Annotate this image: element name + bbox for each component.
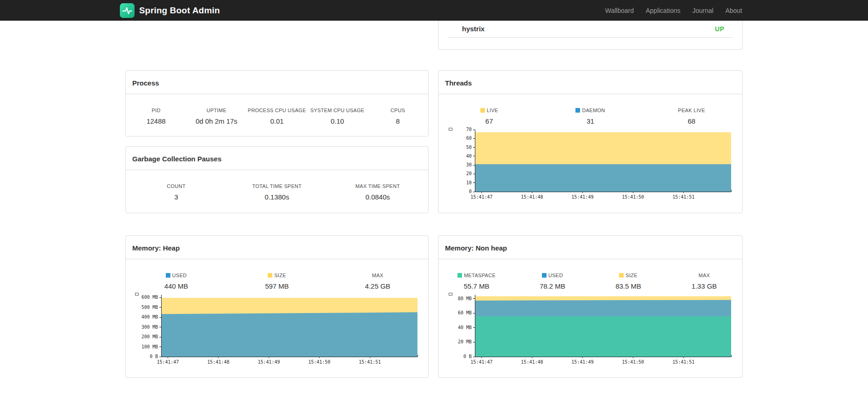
heap-legend: USED 440 MB SIZE 597 MB MAX <box>126 259 428 290</box>
svg-text:15:41:48: 15:41:48 <box>207 359 229 364</box>
legend-item-daemon: DAEMON 31 <box>540 108 641 125</box>
legend-item-live: LIVE 67 <box>439 108 540 125</box>
svg-text:0: 0 <box>468 189 471 194</box>
nonheap-chart: 0 B20 MB40 MB60 MB80 MB15:41:4715:41:481… <box>448 291 733 368</box>
heap-chart-wrap: 0 B100 MB200 MB300 MB400 MB500 MB600 MB1… <box>135 291 419 370</box>
svg-text:15:41:51: 15:41:51 <box>672 194 694 199</box>
gc-card: Garbage Collection Pauses COUNT 3 TOTAL … <box>125 146 428 213</box>
nonheap-card-title: Memory: Non heap <box>439 236 742 259</box>
size-swatch <box>268 273 272 278</box>
svg-text:20: 20 <box>466 171 471 176</box>
svg-text:15:41:49: 15:41:49 <box>258 359 280 364</box>
svg-text:500 MB: 500 MB <box>141 305 158 310</box>
row-memory: Memory: Heap USED 440 MB SIZE <box>125 235 743 378</box>
svg-text:0 B: 0 B <box>463 354 471 359</box>
stat-system-cpu-usage: SYSTEM CPU USAGE 0.10 <box>307 108 368 125</box>
nonheap-legend: METASPACE 55.7 MB USED 78.2 MB <box>439 259 742 290</box>
svg-text:20 MB: 20 MB <box>457 339 471 344</box>
stat-cpus: CPUS 8 <box>367 108 428 125</box>
svg-text:80 MB: 80 MB <box>457 296 471 301</box>
memory-nonheap-card: Memory: Non heap METASPACE 55.7 MB USED <box>438 235 743 378</box>
svg-text:15:41:50: 15:41:50 <box>622 359 644 364</box>
legend-item-used: USED 440 MB <box>126 273 226 290</box>
legend-item-size: SIZE 83.5 MB <box>591 273 666 290</box>
svg-text:300 MB: 300 MB <box>141 325 158 330</box>
svg-text:15:41:51: 15:41:51 <box>359 359 381 364</box>
svg-text:15:41:50: 15:41:50 <box>622 194 644 199</box>
threads-card: Threads LIVE 67 DAEMON 3 <box>438 70 743 213</box>
svg-text:400 MB: 400 MB <box>141 314 158 319</box>
health-row-hystrix: hystrix UP <box>439 21 742 37</box>
page: Spring Boot Admin Wallboard Applications… <box>0 0 868 410</box>
main-content: hystrix UP Process PID 12488 U <box>125 21 743 378</box>
svg-text:15:41:49: 15:41:49 <box>571 194 593 199</box>
daemon-swatch <box>575 108 580 113</box>
health-item-name: hystrix <box>462 25 485 33</box>
nav-item-journal[interactable]: Journal <box>686 7 719 14</box>
svg-text:15:41:51: 15:41:51 <box>672 359 694 364</box>
used-swatch <box>166 273 170 278</box>
brand[interactable]: Spring Boot Admin <box>120 3 220 18</box>
nonheap-chart-wrap: 0 B20 MB40 MB60 MB80 MB15:41:4715:41:481… <box>448 291 733 370</box>
spring-boot-admin-logo-icon <box>120 3 135 18</box>
brand-title: Spring Boot Admin <box>139 6 220 16</box>
svg-text:100 MB: 100 MB <box>141 344 158 349</box>
memory-heap-card: Memory: Heap USED 440 MB SIZE <box>125 235 428 378</box>
stat-gc-total-time: TOTAL TIME SPENT 0.1380s <box>226 183 327 201</box>
legend-item-max: MAX 4.25 GB <box>327 273 428 290</box>
svg-text:40 MB: 40 MB <box>457 325 471 330</box>
stat-uptime: UPTIME 0d 0h 2m 17s <box>186 108 247 125</box>
threads-legend: LIVE 67 DAEMON 31 PEAK LIVE <box>439 94 742 125</box>
status-badge: UP <box>715 25 724 33</box>
svg-text:15:41:48: 15:41:48 <box>521 359 543 364</box>
nav-item-wallboard[interactable]: Wallboard <box>599 7 640 14</box>
svg-text:30: 30 <box>466 162 471 167</box>
top-row: hystrix UP <box>125 21 743 50</box>
nav-links: Wallboard Applications Journal About <box>599 7 748 14</box>
legend-item-max: MAX 1.33 GB <box>666 273 742 290</box>
legend-item-peak-live: PEAK LIVE 68 <box>641 108 742 125</box>
svg-text:50: 50 <box>466 145 471 150</box>
navbar-inner: Spring Boot Admin Wallboard Applications… <box>120 0 748 21</box>
process-card: Process PID 12488 UPTIME 0d 0h 2m 17s PR… <box>125 70 428 137</box>
svg-text:70: 70 <box>466 127 471 132</box>
stat-gc-max-time: MAX TIME SPENT 0.0840s <box>327 183 428 201</box>
divider <box>448 37 733 38</box>
heap-card-title: Memory: Heap <box>126 236 428 259</box>
process-card-title: Process <box>126 71 428 94</box>
svg-text:10: 10 <box>466 180 471 185</box>
nav-item-about[interactable]: About <box>719 7 748 14</box>
svg-text:15:41:48: 15:41:48 <box>521 194 543 199</box>
svg-text:15:41:49: 15:41:49 <box>571 359 593 364</box>
threads-chart-wrap: 01020304050607015:41:4715:41:4815:41:491… <box>448 126 733 205</box>
gc-stats: COUNT 3 TOTAL TIME SPENT 0.1380s MAX TIM… <box>126 170 428 201</box>
stat-pid: PID 12488 <box>126 108 186 125</box>
navbar: Spring Boot Admin Wallboard Applications… <box>0 0 868 21</box>
svg-text:15:41:50: 15:41:50 <box>308 359 330 364</box>
heap-chart: 0 B100 MB200 MB300 MB400 MB500 MB600 MB1… <box>135 291 419 368</box>
left-column: Process PID 12488 UPTIME 0d 0h 2m 17s PR… <box>125 70 428 213</box>
size-swatch <box>619 273 624 278</box>
threads-card-title: Threads <box>439 71 742 94</box>
used-swatch <box>542 273 547 278</box>
stat-gc-count: COUNT 3 <box>126 183 226 201</box>
svg-text:60 MB: 60 MB <box>457 310 471 315</box>
health-card: hystrix UP <box>438 21 743 50</box>
metaspace-swatch <box>457 273 462 278</box>
svg-text:0 B: 0 B <box>150 354 158 359</box>
svg-text:60: 60 <box>466 136 471 141</box>
svg-text:15:41:47: 15:41:47 <box>470 194 492 199</box>
process-stats: PID 12488 UPTIME 0d 0h 2m 17s PROCESS CP… <box>126 94 428 125</box>
legend-item-size: SIZE 597 MB <box>226 273 327 290</box>
svg-text:200 MB: 200 MB <box>141 334 158 339</box>
legend-item-used: USED 78.2 MB <box>514 273 590 290</box>
row-process-threads: Process PID 12488 UPTIME 0d 0h 2m 17s PR… <box>125 70 743 213</box>
svg-text:15:41:47: 15:41:47 <box>470 359 492 364</box>
nav-item-applications[interactable]: Applications <box>640 7 687 14</box>
svg-text:40: 40 <box>466 154 471 159</box>
svg-text:600 MB: 600 MB <box>141 295 158 300</box>
legend-item-metaspace: METASPACE 55.7 MB <box>439 273 514 290</box>
svg-text:15:41:47: 15:41:47 <box>157 359 179 364</box>
live-swatch <box>480 108 485 113</box>
threads-chart: 01020304050607015:41:4715:41:4815:41:491… <box>448 126 733 203</box>
